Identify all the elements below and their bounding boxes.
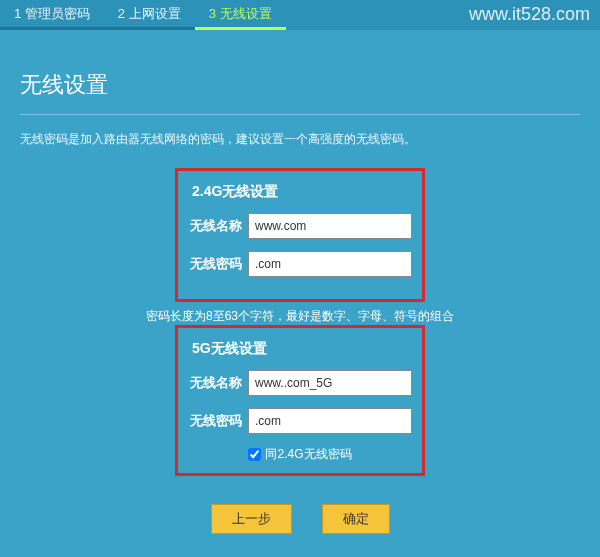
label-same-password: 同2.4G无线密码 [265,446,351,463]
panel-5g: 5G无线设置 无线名称 无线密码 同2.4G无线密码 [175,325,425,476]
row-same-password: 同2.4G无线密码 [188,446,412,463]
row-24g-password: 无线密码 [188,251,412,277]
panel-24g: 2.4G无线设置 无线名称 无线密码 [175,168,425,302]
prev-button[interactable]: 上一步 [211,504,292,534]
label-24g-name: 无线名称 [188,217,242,235]
checkbox-same-password[interactable] [248,448,261,461]
content-area: 无线设置 无线密码是加入路由器无线网络的密码，建议设置一个高强度的无线密码。 2… [0,30,600,534]
step-admin-password[interactable]: 1 管理员密码 [0,0,104,30]
input-24g-name[interactable] [248,213,412,239]
row-24g-name: 无线名称 [188,213,412,239]
input-24g-password[interactable] [248,251,412,277]
watermark: www.it528.com [469,4,590,25]
input-5g-name[interactable] [248,370,412,396]
step-wireless-settings[interactable]: 3 无线设置 [195,0,286,30]
row-5g-password: 无线密码 [188,408,412,434]
step-internet-settings[interactable]: 2 上网设置 [104,0,195,30]
input-5g-password[interactable] [248,408,412,434]
panel-5g-title: 5G无线设置 [192,340,412,358]
row-5g-name: 无线名称 [188,370,412,396]
label-5g-name: 无线名称 [188,374,242,392]
divider [20,114,580,115]
panel-24g-title: 2.4G无线设置 [192,183,412,201]
ok-button[interactable]: 确定 [322,504,390,534]
page-title: 无线设置 [20,70,580,100]
password-hint: 密码长度为8至63个字符，最好是数字、字母、符号的组合 [20,308,580,325]
label-24g-password: 无线密码 [188,255,242,273]
label-5g-password: 无线密码 [188,412,242,430]
button-bar: 上一步 确定 [20,504,580,534]
page-description: 无线密码是加入路由器无线网络的密码，建议设置一个高强度的无线密码。 [20,131,580,148]
